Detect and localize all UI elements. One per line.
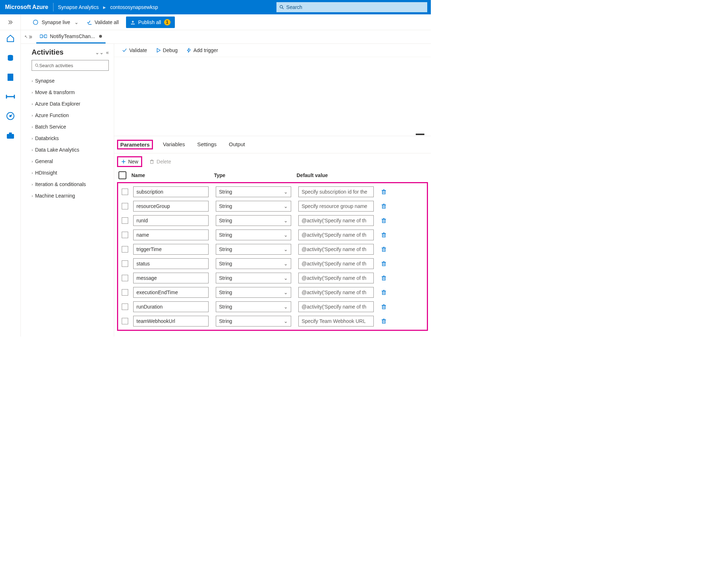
row-checkbox[interactable] [122, 304, 128, 310]
activities-search-input[interactable] [39, 63, 106, 68]
activity-group[interactable]: ›Databricks [32, 133, 109, 144]
delete-row-button[interactable] [381, 246, 394, 252]
rail-data[interactable] [5, 52, 16, 63]
delete-row-button[interactable] [381, 203, 394, 209]
parameter-default-input[interactable] [298, 273, 374, 283]
breadcrumb-workspace[interactable]: contososynapsewksp [106, 4, 162, 10]
delete-row-button[interactable] [381, 318, 394, 324]
parameter-name-input[interactable] [133, 186, 209, 197]
parameter-name-input[interactable] [133, 287, 209, 298]
validate-all-button[interactable]: Validate all [82, 14, 123, 30]
parameter-type-select[interactable]: String⌄ [216, 230, 291, 240]
breadcrumb-service[interactable]: Synapse Analytics [53, 4, 103, 10]
parameter-name-input[interactable] [133, 244, 209, 255]
delete-row-button[interactable] [381, 189, 394, 195]
delete-row-button[interactable] [381, 261, 394, 267]
parameter-default-input[interactable] [298, 186, 374, 197]
debug-button[interactable]: Debug [156, 47, 178, 53]
collapse-panel-icon[interactable]: « [106, 50, 109, 55]
row-checkbox[interactable] [122, 260, 128, 267]
delete-row-button[interactable] [381, 232, 394, 238]
row-checkbox[interactable] [122, 217, 128, 224]
delete-row-button[interactable] [381, 304, 394, 310]
delete-parameter-button[interactable]: Delete [149, 159, 171, 165]
parameter-type-select[interactable]: String⌄ [216, 273, 291, 283]
row-checkbox[interactable] [122, 189, 128, 195]
row-checkbox[interactable] [122, 246, 128, 253]
parameter-type-select[interactable]: String⌄ [216, 316, 291, 327]
work-area: Activities ⌄⌄ « ›Synapse ›Move & transfo… [21, 44, 431, 337]
rail-develop[interactable] [5, 72, 16, 83]
row-checkbox[interactable] [122, 318, 128, 324]
pipeline-tab[interactable]: NotifiyTeamsChan... [36, 30, 106, 43]
parameter-name-input[interactable] [133, 201, 209, 212]
collapse-all-icon[interactable]: ⌄⌄ [95, 50, 104, 55]
parameter-type-select[interactable]: String⌄ [216, 301, 291, 312]
select-all-checkbox[interactable] [118, 171, 126, 179]
parameter-default-input[interactable] [298, 244, 374, 255]
parameter-default-input[interactable] [298, 258, 374, 269]
add-trigger-button[interactable]: Add trigger [186, 47, 218, 53]
activity-group[interactable]: ›Azure Data Explorer [32, 98, 109, 110]
tab-settings[interactable]: Settings [195, 140, 219, 149]
parameter-name-input[interactable] [133, 273, 209, 283]
parameter-name-input[interactable] [133, 258, 209, 269]
parameter-default-input[interactable] [298, 287, 374, 298]
row-checkbox[interactable] [122, 275, 128, 281]
type-label: String [219, 203, 232, 209]
brand-label[interactable]: Microsoft Azure [0, 0, 53, 14]
parameter-default-input[interactable] [298, 215, 374, 226]
row-checkbox[interactable] [122, 232, 128, 238]
delete-row-button[interactable] [381, 218, 394, 223]
parameter-name-input[interactable] [133, 215, 209, 226]
parameter-name-input[interactable] [133, 316, 209, 327]
tab-overflow[interactable]: ↖ [23, 34, 34, 39]
parameter-type-select[interactable]: String⌄ [216, 287, 291, 298]
parameter-default-input[interactable] [298, 316, 374, 327]
parameter-name-input[interactable] [133, 301, 209, 312]
row-checkbox[interactable] [122, 289, 128, 296]
parameter-type-select[interactable]: String⌄ [216, 201, 291, 212]
publish-all-button[interactable]: Publish all 1 [126, 17, 175, 28]
check-icon [122, 48, 127, 53]
row-checkbox[interactable] [122, 203, 128, 209]
rail-manage[interactable] [5, 130, 16, 141]
delete-row-button[interactable] [381, 275, 394, 281]
activity-group[interactable]: ›Data Lake Analytics [32, 144, 109, 156]
parameter-type-select[interactable]: String⌄ [216, 215, 291, 226]
rail-home[interactable] [5, 33, 16, 44]
parameter-type-select[interactable]: String⌄ [216, 244, 291, 255]
parameter-name-input[interactable] [133, 230, 209, 240]
pipeline-canvas[interactable] [114, 57, 431, 136]
panel-resize-handle-icon[interactable] [416, 134, 424, 135]
parameter-type-select[interactable]: String⌄ [216, 186, 291, 197]
tab-output[interactable]: Output [227, 140, 247, 149]
rail-integrate[interactable] [5, 91, 16, 102]
parameter-default-input[interactable] [298, 301, 374, 312]
global-search-input[interactable] [286, 4, 424, 10]
activity-group[interactable]: ›Move & transform [32, 87, 109, 98]
validate-button[interactable]: Validate [122, 47, 147, 53]
activity-group[interactable]: ›Machine Learning [32, 190, 109, 202]
parameter-default-input[interactable] [298, 230, 374, 240]
delete-row-button[interactable] [381, 290, 394, 295]
canvas-toolbar: Validate Debug Add trigger [114, 44, 431, 57]
rail-monitor[interactable] [5, 111, 16, 121]
activity-group[interactable]: ›Azure Function [32, 110, 109, 121]
activities-search[interactable] [32, 60, 109, 71]
activity-group[interactable]: ›HDInsight [32, 167, 109, 179]
new-parameter-button[interactable]: New [117, 156, 142, 167]
expand-rail-button[interactable] [0, 14, 21, 30]
parameter-default-input[interactable] [298, 201, 374, 212]
mode-selector[interactable]: Synapse live ⌄ [29, 14, 82, 30]
activity-group[interactable]: ›General [32, 156, 109, 167]
type-label: String [219, 304, 232, 310]
activity-group[interactable]: ›Iteration & conditionals [32, 179, 109, 190]
parameter-type-select[interactable]: String⌄ [216, 258, 291, 269]
global-search[interactable] [276, 2, 427, 12]
svg-line-1 [282, 8, 283, 9]
tab-parameters[interactable]: Parameters [117, 140, 153, 149]
activity-group[interactable]: ›Synapse [32, 75, 109, 87]
tab-variables[interactable]: Variables [161, 140, 187, 149]
activity-group[interactable]: ›Batch Service [32, 121, 109, 133]
